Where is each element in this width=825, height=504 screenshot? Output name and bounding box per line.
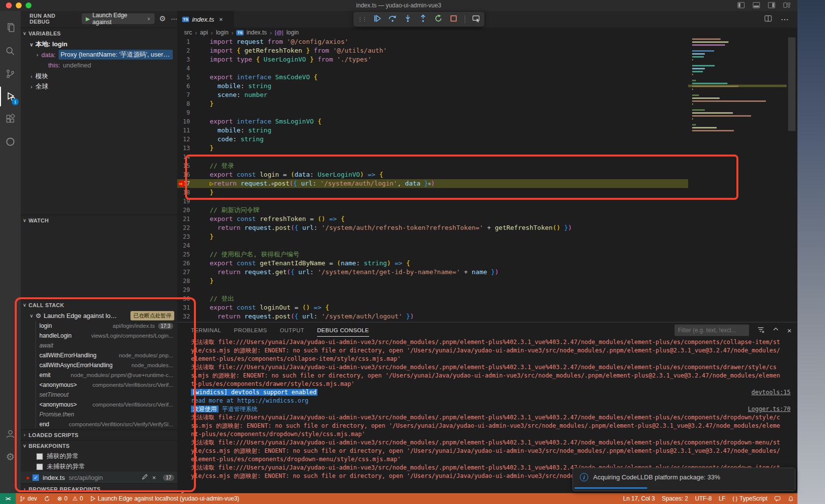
console-filter-input[interactable] xyxy=(674,324,749,336)
run-and-debug-icon[interactable]: 1 xyxy=(0,87,21,106)
code-line[interactable]: 14 xyxy=(177,153,688,161)
restart-icon[interactable] xyxy=(434,14,443,25)
breakpoint-current-line-icon[interactable] xyxy=(178,180,185,187)
code-line[interactable]: 29 xyxy=(177,285,688,294)
variable-row-data[interactable]: ›data: Proxy {tenantName: '芋道源码', userna… xyxy=(21,49,177,60)
code-editor[interactable]: 1import request from '@/config/axios'2im… xyxy=(177,37,688,322)
variable-row-this[interactable]: this: undefined xyxy=(21,60,177,70)
remote-indicator[interactable]: >< xyxy=(0,493,16,504)
close-tab-icon[interactable]: × xyxy=(219,16,223,23)
explorer-icon[interactable] xyxy=(0,18,21,37)
breadcrumb-file[interactable]: index.ts xyxy=(247,29,267,36)
tab-output[interactable]: OUTPUT xyxy=(280,324,304,336)
code-line[interactable]: 11 mobile: string xyxy=(177,126,688,135)
call-stack-section-header[interactable]: ∨CALL STACK xyxy=(21,299,177,310)
code-line[interactable]: 1import request from '@/config/axios' xyxy=(177,37,688,46)
breadcrumb-src[interactable]: src xyxy=(184,29,192,36)
debug-console-output[interactable]: 无法读取 file:///Users/yunai/Java/yudao-ui-a… xyxy=(177,338,797,481)
code-line[interactable]: 28} xyxy=(177,277,688,285)
search-icon[interactable] xyxy=(0,41,21,61)
code-line[interactable]: 8} xyxy=(177,99,688,108)
code-line[interactable]: 17▷return request.●post({ url: '/system/… xyxy=(177,179,688,188)
watch-section-header[interactable]: ∨WATCH xyxy=(21,215,177,225)
variables-scope-local[interactable]: ∨本地: login xyxy=(21,39,177,50)
indentation-item[interactable]: Spaces: 2 xyxy=(659,493,692,504)
breadcrumb-api[interactable]: api xyxy=(200,29,208,36)
editor-scrollbar[interactable] xyxy=(787,37,797,322)
checkbox-unchecked[interactable] xyxy=(36,464,43,470)
checkbox-unchecked[interactable] xyxy=(36,453,43,460)
encoding-item[interactable]: UTF-8 xyxy=(692,493,715,504)
filter-icon[interactable] xyxy=(757,326,764,335)
inspect-window-icon[interactable] xyxy=(472,14,480,25)
start-debug-icon[interactable]: ▶ xyxy=(86,16,90,22)
debug-session-row[interactable]: ∨ ⚙ Launch Edge against localhost... 已在断… xyxy=(21,310,177,321)
tab-debug-console[interactable]: DEBUG CONSOLE xyxy=(317,324,369,337)
ring-icon[interactable] xyxy=(0,132,21,152)
sync-icon[interactable] xyxy=(40,493,54,504)
code-line[interactable]: 24 xyxy=(177,241,688,250)
code-line[interactable]: 10export interface SmsLoginVO { xyxy=(177,117,688,126)
breakpoints-section-header[interactable]: ∨BREAKPOINTS xyxy=(21,440,177,451)
breadcrumb-symbol[interactable]: login xyxy=(286,29,299,36)
feedback-icon[interactable] xyxy=(771,493,784,504)
step-into-icon[interactable] xyxy=(404,14,412,25)
variables-scope-global[interactable]: ›全球 xyxy=(21,81,177,92)
code-line[interactable]: 6 mobile: string xyxy=(177,82,688,91)
cursor-position-item[interactable]: Ln 17, Col 3 xyxy=(620,493,659,504)
code-line[interactable]: 26export const getTenantIdByName = (name… xyxy=(177,259,688,268)
stack-frame[interactable]: <anonymous>components/Verifition/src/Ver… xyxy=(21,400,177,410)
code-line[interactable]: 21export const refreshToken = () => { xyxy=(177,215,688,223)
extensions-icon[interactable] xyxy=(0,109,21,129)
breakpoint-caught-exceptions[interactable]: 捕获的异常 xyxy=(21,451,177,462)
code-line[interactable]: 18} xyxy=(177,188,688,197)
tab-problems[interactable]: PROBLEMS xyxy=(234,324,267,336)
stack-frame[interactable]: callWithErrorHandlingnode_modules/.pnp..… xyxy=(21,350,177,360)
customize-layout-icon[interactable] xyxy=(783,1,791,9)
console-source-link[interactable]: devtools:15 xyxy=(752,388,791,397)
launch-config-dropdown[interactable]: ▶ Launch Edge against ∨ xyxy=(82,13,154,24)
remove-breakpoint-icon[interactable]: × xyxy=(152,474,156,481)
code-line[interactable]: 31export const loginOut = () => { xyxy=(177,303,688,312)
language-mode-item[interactable]: { }TypeScript xyxy=(729,493,771,504)
code-line[interactable]: 30// 登出 xyxy=(177,294,688,303)
debug-target-item[interactable]: Launch Edge against localhost (yudao-ui-… xyxy=(87,493,243,504)
source-control-icon[interactable] xyxy=(0,64,21,84)
problems-item[interactable]: ⊗0 ⚠0 xyxy=(54,493,86,504)
stack-frame[interactable]: emitnode_modules/.pnpm/@vue+runtime-c... xyxy=(21,370,177,380)
variables-scope-module[interactable]: ›模块 xyxy=(21,71,177,82)
code-line[interactable]: 12 code: string xyxy=(177,135,688,144)
stack-frame[interactable]: setTimeout xyxy=(21,390,177,400)
code-line[interactable]: 23} xyxy=(177,232,688,241)
debug-settings-gear-icon[interactable]: ⚙ xyxy=(159,14,166,23)
account-icon[interactable] xyxy=(0,424,21,444)
stack-frame[interactable]: loginapi/login/index.ts17:3 xyxy=(21,321,177,331)
stop-icon[interactable] xyxy=(449,14,458,25)
breadcrumb-login[interactable]: login xyxy=(216,29,228,36)
checkbox-checked[interactable]: ✓ xyxy=(32,474,39,481)
code-line[interactable]: 22 return request.post({ url: '/system/a… xyxy=(177,223,688,232)
code-line[interactable]: 3import type { UserLoginVO } from './typ… xyxy=(177,55,688,64)
code-line[interactable]: 16export const login = (data: UserLoginV… xyxy=(177,170,688,179)
settings-gear-icon[interactable]: ⚙ xyxy=(0,447,21,467)
notification-toast[interactable]: i Acquiring CodeLLDB platform package: 3… xyxy=(572,468,795,491)
code-line[interactable]: 15// 登录 xyxy=(177,161,688,170)
variables-section-header[interactable]: ∨VARIABLES xyxy=(21,28,177,38)
continue-icon[interactable] xyxy=(373,14,381,25)
code-line[interactable]: 20// 刷新访问令牌 xyxy=(177,206,688,215)
stack-frame[interactable]: endcomponents/Verifition/src/Verify/Veri… xyxy=(21,419,177,429)
collapse-panel-icon[interactable] xyxy=(772,326,779,335)
breakpoint-uncaught-exceptions[interactable]: 未捕获的异常 xyxy=(21,461,177,472)
close-panel-icon[interactable]: × xyxy=(787,326,792,335)
code-line[interactable]: 4 xyxy=(177,64,688,73)
minimap[interactable] xyxy=(688,37,787,322)
loaded-scripts-section-header[interactable]: ›LOADED SCRIPTS xyxy=(21,429,177,440)
drag-handle[interactable]: ⋮⋮ xyxy=(357,16,366,23)
step-out-icon[interactable] xyxy=(419,14,427,25)
console-source-link[interactable]: Logger.ts:70 xyxy=(748,405,791,413)
notifications-bell-icon[interactable] xyxy=(784,493,797,504)
edit-breakpoint-icon[interactable] xyxy=(142,473,148,481)
stack-frame[interactable]: await xyxy=(21,341,177,350)
code-line[interactable]: 27 return request.get({ url: '/system/te… xyxy=(177,268,688,277)
code-line[interactable]: 9 xyxy=(177,108,688,117)
